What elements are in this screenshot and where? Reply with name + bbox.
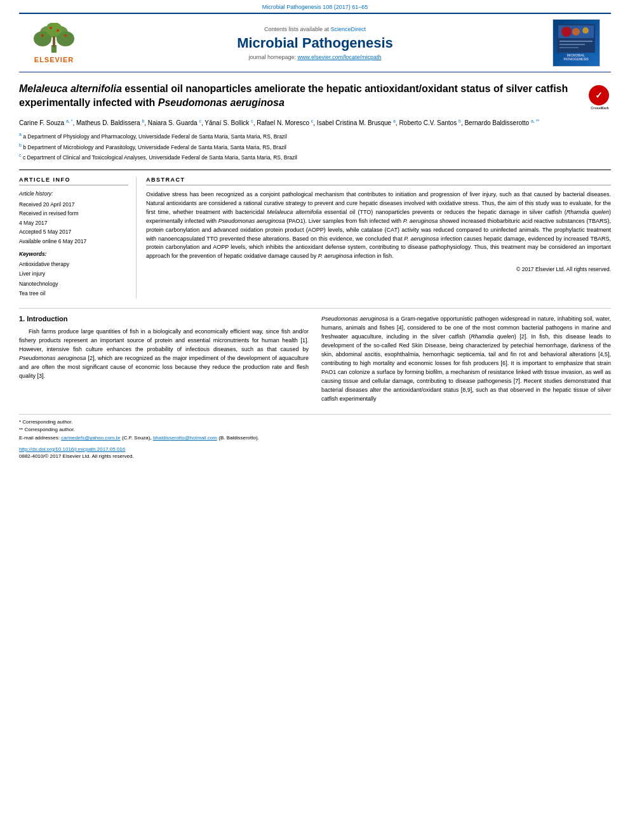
svg-rect-1 [53,36,55,47]
keyword-1: Antioxidative therapy [19,260,128,269]
accepted-label: Accepted 5 May 2017 [19,227,128,236]
revised-label: Received in revised form [19,209,128,218]
article-info-abstract-row: ARTICLE INFO Article history: Received 2… [19,170,611,298]
article-info-heading: ARTICLE INFO [19,177,128,185]
journal-title: Microbial Pathogenesis [83,35,547,51]
online-label: Available online 6 May 2017 [19,237,128,246]
journal-url[interactable]: www.elsevier.com/locate/micpath [298,54,382,60]
title-italic-1: Melaleuca alternifolia [19,83,122,94]
email-link-2[interactable]: bhaldisserotto@hotmail.com [153,435,217,441]
intro-para-1: Fish farms produce large quantities of f… [19,328,309,381]
svg-point-8 [64,34,67,37]
citation-text: Microbial Pathogenesis 108 (2017) 61–65 [262,4,368,10]
top-citation: Microbial Pathogenesis 108 (2017) 61–65 [0,0,630,13]
mp-logo-image [557,24,595,53]
article-section: Melaleuca alternifolia essential oil nan… [19,82,611,162]
contents-line: Contents lists available at ScienceDirec… [83,26,547,32]
body-two-col: 1. Introduction Fish farms produce large… [19,315,611,407]
svg-point-14 [572,28,580,36]
elsevier-logo-area: ELSEVIER [25,23,83,63]
journal-homepage: journal homepage: www.elsevier.com/locat… [83,54,547,60]
keyword-3: Nanotechnology [19,279,128,289]
abstract-text: Oxidative stress has been recognized as … [146,190,611,262]
abstract-heading: ABSTRACT [146,177,611,185]
keywords-label: Keywords: [19,251,128,257]
svg-point-9 [50,27,52,29]
issn-copyright: 0882-4010/© 2017 Elsevier Ltd. All right… [19,453,611,459]
article-title: Melaleuca alternifolia essential oil nan… [19,82,611,110]
crossmark-badge: ✓ CrossMark [589,85,611,107]
affiliation-b: b b Department of Microbiology and Paras… [19,142,611,152]
svg-rect-17 [560,44,585,45]
doi-link[interactable]: http://dx.doi.org/10.1016/j.micpath.2017… [19,446,611,452]
affiliation-a: a a Department of Physiology and Pharmac… [19,131,611,141]
revised-date: 4 May 2017 [19,218,128,227]
intro-body-text-right: Pseudomonas aeruginosa is a Gram-negativ… [321,315,611,403]
svg-point-10 [57,29,59,32]
article-history-label: Article history: [19,190,128,197]
page-wrapper: Microbial Pathogenesis 108 (2017) 61–65 [0,0,630,459]
body-left-col: 1. Introduction Fish farms produce large… [19,315,309,407]
intro-para-right-1: Pseudomonas aeruginosa is a Gram-negativ… [321,315,611,403]
authors-line: Carine F. Souza a, *, Matheus D. Baldiss… [19,118,611,128]
journal-header-center: Contents lists available at ScienceDirec… [83,26,547,60]
svg-point-15 [582,27,589,34]
received-date: Received 20 April 2017 [19,200,128,209]
svg-rect-18 [560,47,579,48]
crossmark-label: CrossMark [589,106,611,111]
affiliation-c: c c Department of Clinical and Toxicolog… [19,152,611,162]
svg-point-13 [561,27,572,37]
email-link-1[interactable]: carinedefs@yahoo.com.br [61,435,121,441]
mp-logo-box: MICROBIAL PATHOGENESIS [553,19,600,67]
intro-section-title: 1. Introduction [19,315,309,323]
footnote-corresponding-1: * Corresponding author. [19,418,611,427]
abstract-copyright: © 2017 Elsevier Ltd. All rights reserved… [146,266,611,272]
svg-rect-16 [560,41,593,42]
sciencedirect-link[interactable]: ScienceDirect [331,26,366,32]
svg-point-7 [41,34,44,37]
article-title-text: Melaleuca alternifolia essential oil nan… [19,82,582,110]
keyword-2: Liver injury [19,269,128,279]
keyword-4: Tea tree oil [19,289,128,298]
title-italic-3: Pseudomonas aeruginosa [158,97,285,108]
footnote-emails: E-mail addresses: carinedefs@yahoo.com.b… [19,434,611,443]
crossmark-svg: ✓ [589,85,609,105]
affiliations: a a Department of Physiology and Pharmac… [19,131,611,162]
svg-text:✓: ✓ [595,90,603,100]
article-dates: Received 20 April 2017 Received in revis… [19,200,128,246]
elsevier-tree-icon [29,23,79,55]
mp-logo-text: MICROBIAL PATHOGENESIS [563,53,589,62]
mp-logo-area: MICROBIAL PATHOGENESIS [547,19,605,67]
article-info-col: ARTICLE INFO Article history: Received 2… [19,177,137,298]
crossmark-icon: ✓ [589,85,609,105]
intro-body-text-left: Fish farms produce large quantities of f… [19,328,309,381]
svg-point-6 [46,23,62,36]
elsevier-name: ELSEVIER [34,56,74,63]
footnote-corresponding-2: ** Corresponding author. [19,426,611,434]
keywords-list: Antioxidative therapy Liver injury Nanot… [19,260,128,298]
header-box: ELSEVIER Contents lists available at Sci… [19,13,611,72]
body-section: 1. Introduction Fish farms produce large… [19,308,611,407]
body-right-col: Pseudomonas aeruginosa is a Gram-negativ… [321,315,611,407]
footnotes-section: * Corresponding author. ** Corresponding… [19,414,611,459]
abstract-col: ABSTRACT Oxidative stress has been recog… [146,177,611,298]
